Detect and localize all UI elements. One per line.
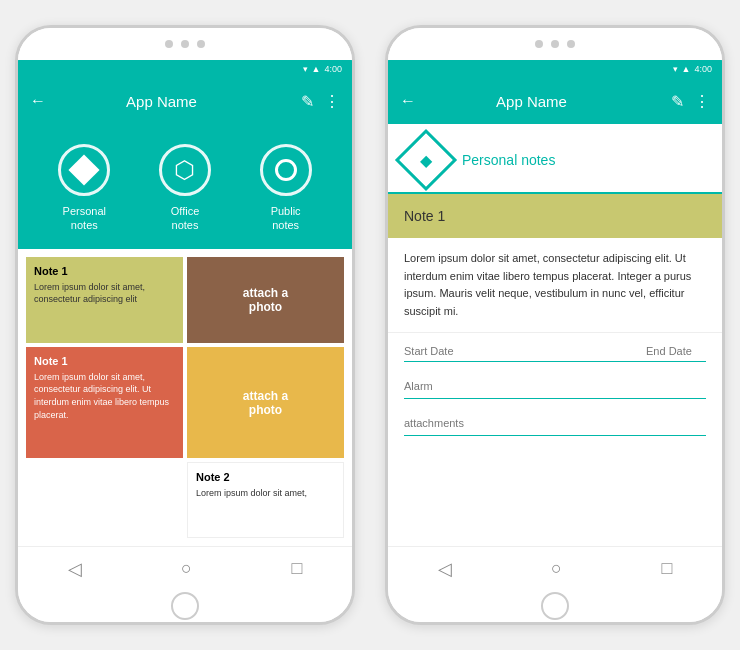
public-icon-circle (260, 144, 312, 196)
personal-label: Personalnotes (63, 204, 106, 233)
right-phone: ▾ ▲ 4:00 ← App Name ✎ ⋮ ◆ Personal notes… (385, 25, 725, 625)
category-personal[interactable]: Personalnotes (58, 144, 110, 233)
speaker-dot (567, 40, 575, 48)
nav-back[interactable]: ◁ (68, 558, 82, 580)
diamond-icon: ◆ (420, 151, 432, 170)
bottom-nav: ◁ ○ □ (18, 546, 352, 590)
attach-card-yellow[interactable]: attach aphoto (187, 347, 344, 458)
detail-header: ◆ Personal notes (388, 124, 722, 194)
bottom-bezel (18, 590, 352, 622)
speaker-dot (165, 40, 173, 48)
top-bezel-right (388, 28, 722, 60)
nav-back-right[interactable]: ◁ (438, 558, 452, 580)
bottom-bezel-right (388, 590, 722, 622)
note-title-red: Note 1 (34, 355, 175, 367)
start-date-label: Start Date (404, 345, 464, 357)
date-field-row: Start Date End Date (404, 333, 706, 362)
nav-home[interactable]: ○ (181, 558, 192, 579)
personal-icon-circle (58, 144, 110, 196)
more-icon-right[interactable]: ⋮ (694, 92, 710, 111)
category-icon: ◆ (395, 129, 457, 191)
detail-content: ◆ Personal notes Note 1 Lorem ipsum dolo… (388, 124, 722, 546)
signal-icon-right: ▲ (682, 64, 691, 74)
phone-content: Personalnotes ⬡ Officenotes Publicnotes … (18, 124, 352, 546)
note-title: Note 1 (34, 265, 175, 277)
note-card-olive[interactable]: Note 1 Lorem ipsum dolor sit amet, conse… (26, 257, 183, 343)
bottom-nav-right: ◁ ○ □ (388, 546, 722, 590)
speakers-right (535, 40, 575, 48)
nav-home-right[interactable]: ○ (551, 558, 562, 579)
home-button (171, 592, 199, 620)
edit-icon[interactable]: ✎ (301, 92, 314, 111)
speaker-dot (197, 40, 205, 48)
back-button[interactable]: ← (30, 92, 46, 110)
attachments-label: attachments (404, 417, 464, 429)
speaker-dot (535, 40, 543, 48)
speaker-dot (181, 40, 189, 48)
home-button-right (541, 592, 569, 620)
nav-square-right[interactable]: □ (661, 558, 672, 579)
status-bar-content-right: ▾ ▲ 4:00 (673, 64, 712, 74)
notes-grid: Note 1 Lorem ipsum dolor sit amet, conse… (18, 249, 352, 546)
status-bar-right: ▾ ▲ 4:00 (388, 60, 722, 78)
office-icon-circle: ⬡ (159, 144, 211, 196)
diamond-shape-icon (69, 154, 100, 185)
category-name: Personal notes (462, 152, 555, 168)
back-button-right[interactable]: ← (400, 92, 416, 110)
note-text: Lorem ipsum dolor sit amet, consectetur … (34, 281, 175, 306)
top-bezel (18, 28, 352, 60)
note-card-white[interactable]: Note 2 Lorem ipsum dolor sit amet, (187, 462, 344, 538)
detail-note-title: Note 1 (388, 194, 722, 238)
office-label: Officenotes (171, 204, 200, 233)
status-bar-content: ▾ ▲ 4:00 (303, 64, 342, 74)
alarm-field[interactable]: Alarm (404, 362, 706, 399)
speakers (165, 40, 205, 48)
attach-photo-text-2: attach aphoto (243, 389, 288, 417)
app-bar-icons-right: ✎ ⋮ (671, 92, 710, 111)
detail-note-body: Lorem ipsum dolor sit amet, consectetur … (388, 238, 722, 333)
app-title-right: App Name (424, 93, 639, 110)
alarm-label: Alarm (404, 380, 433, 392)
attach-photo-text: attach aphoto (243, 286, 288, 314)
speaker-dot (551, 40, 559, 48)
nav-square[interactable]: □ (291, 558, 302, 579)
app-bar-right: ← App Name ✎ ⋮ (388, 78, 722, 124)
circle-icon (275, 159, 297, 181)
public-label: Publicnotes (271, 204, 301, 233)
note2-text: Lorem ipsum dolor sit amet, (196, 487, 335, 500)
left-phone: ▾ ▲ 4:00 ← App Name ✎ ⋮ Personalnotes ⬡ (15, 25, 355, 625)
category-office[interactable]: ⬡ Officenotes (159, 144, 211, 233)
wifi-icon: ▾ (303, 64, 308, 74)
note-text-red: Lorem ipsum dolor sit amet, consectetur … (34, 371, 175, 421)
app-bar-icons: ✎ ⋮ (301, 92, 340, 111)
wifi-icon-right: ▾ (673, 64, 678, 74)
edit-icon-right[interactable]: ✎ (671, 92, 684, 111)
end-date-label: End Date (646, 345, 706, 357)
status-bar: ▾ ▲ 4:00 (18, 60, 352, 78)
attach-card-brown[interactable]: attach aphoto (187, 257, 344, 343)
app-bar: ← App Name ✎ ⋮ (18, 78, 352, 124)
category-public[interactable]: Publicnotes (260, 144, 312, 233)
app-title: App Name (54, 93, 269, 110)
note2-title: Note 2 (196, 471, 335, 483)
status-time: 4:00 (324, 64, 342, 74)
status-time-right: 4:00 (694, 64, 712, 74)
signal-icon: ▲ (312, 64, 321, 74)
hexagon-icon: ⬡ (174, 156, 195, 184)
detail-fields: Start Date End Date Alarm attachments (388, 333, 722, 546)
note-card-red[interactable]: Note 1 Lorem ipsum dolor sit amet, conse… (26, 347, 183, 458)
attachments-field[interactable]: attachments (404, 399, 706, 436)
categories-section: Personalnotes ⬡ Officenotes Publicnotes (18, 124, 352, 249)
more-icon[interactable]: ⋮ (324, 92, 340, 111)
